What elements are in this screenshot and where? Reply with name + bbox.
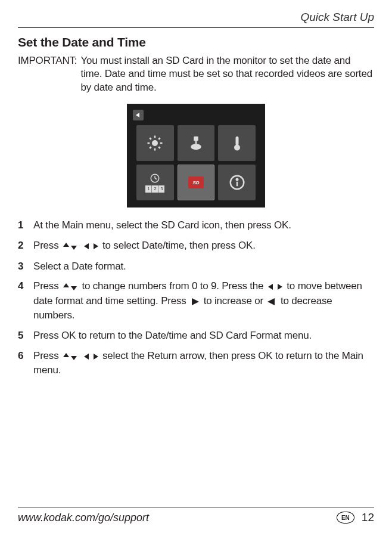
svg-point-13 [234, 145, 240, 151]
back-arrow-icon [133, 110, 144, 120]
svg-marker-31 [71, 356, 77, 360]
left-right-arrow-icon [83, 349, 99, 363]
up-down-arrow-icon [63, 239, 78, 253]
important-label: IMPORTANT: [18, 54, 77, 94]
step-3: Select a Date format. [18, 259, 374, 274]
step-1: At the Main menu, select the SD Card ico… [18, 218, 374, 233]
breadcrumb: Quick Start Up [18, 11, 374, 24]
svg-line-8 [159, 138, 161, 140]
date-icon: 123 [136, 165, 174, 200]
sd-label: SD [192, 180, 199, 185]
date-digit: 3 [158, 185, 164, 193]
step-6: Press select the Return arrow, then pres… [18, 349, 374, 377]
svg-rect-9 [194, 137, 198, 141]
header-rule [18, 27, 374, 28]
svg-line-5 [150, 138, 152, 140]
left-right-arrow-icon [83, 239, 99, 253]
svg-point-18 [236, 179, 238, 181]
step-2: Press to select Date/time, then press OK… [18, 239, 374, 253]
up-down-arrow-icon [63, 349, 78, 363]
important-text: You must install an SD Card in the monit… [80, 54, 374, 94]
date-digit: 1 [145, 185, 152, 193]
svg-rect-12 [235, 137, 238, 145]
left-right-arrow-icon [267, 280, 283, 294]
right-arrow-icon [190, 294, 200, 308]
svg-line-6 [159, 147, 161, 149]
step-text: to increase or [204, 295, 266, 306]
step-text: Press [33, 240, 61, 251]
svg-marker-23 [94, 243, 98, 249]
footer-rule [18, 507, 374, 507]
step-5: Press OK to return to the Date/time and … [18, 329, 374, 343]
section-title: Set the Date and Time [18, 35, 374, 49]
page-number: 12 [362, 511, 374, 524]
svg-marker-32 [84, 354, 89, 360]
svg-marker-21 [71, 246, 77, 250]
brightness-icon [136, 125, 174, 161]
menu-screenshot: 123 SD [127, 104, 265, 207]
step-text: to select Date/time, then press OK. [102, 240, 256, 251]
svg-line-7 [150, 147, 152, 149]
svg-marker-22 [84, 243, 89, 249]
svg-marker-24 [63, 283, 69, 287]
svg-marker-20 [63, 243, 69, 247]
up-down-arrow-icon [63, 280, 78, 294]
svg-marker-28 [192, 298, 199, 305]
svg-rect-10 [195, 141, 197, 144]
support-link[interactable]: www.kodak.com/go/support [18, 512, 149, 524]
svg-marker-25 [71, 286, 77, 290]
steps-list: At the Main menu, select the SD Card ico… [18, 218, 374, 377]
step-4: Press to change numbers from 0 to 9. Pre… [18, 279, 374, 323]
left-arrow-icon [267, 294, 276, 308]
step-text: Press [33, 350, 61, 361]
step-text: to change numbers from 0 to 9. Press the [82, 280, 266, 292]
svg-marker-27 [278, 284, 282, 290]
camera-icon [178, 125, 215, 161]
svg-marker-33 [94, 354, 98, 360]
temperature-icon [218, 125, 256, 161]
date-digit: 2 [152, 185, 158, 193]
svg-point-11 [191, 144, 201, 150]
important-note: IMPORTANT: You must install an SD Card i… [18, 54, 374, 94]
svg-marker-30 [63, 353, 69, 357]
info-icon [218, 165, 256, 200]
sd-card-icon: SD [178, 165, 215, 200]
footer: www.kodak.com/go/support EN 12 [18, 507, 374, 524]
svg-marker-29 [267, 298, 275, 305]
svg-marker-26 [268, 284, 273, 290]
step-text: Press [33, 280, 61, 292]
svg-line-16 [155, 178, 157, 179]
svg-point-0 [152, 140, 158, 146]
language-badge: EN [337, 512, 354, 524]
